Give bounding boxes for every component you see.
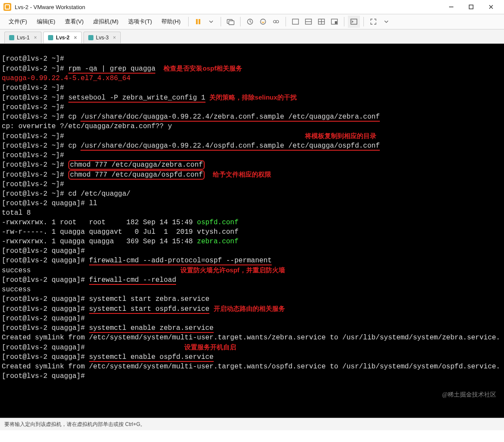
svg-rect-4 bbox=[229, 21, 234, 25]
watermark: @稀土掘金技术社区 bbox=[442, 390, 496, 400]
snapshot-icon[interactable] bbox=[244, 16, 256, 28]
menu-file[interactable]: 文件(F) bbox=[4, 16, 32, 27]
terminal[interactable]: [root@lvs-2 ~]# [root@lvs-2 ~]# rpm -qa … bbox=[0, 44, 504, 418]
status-text: 要将输入定向到该虚拟机，请在虚拟机内部单击或按 Ctrl+G。 bbox=[4, 421, 145, 428]
vm-icon bbox=[48, 35, 53, 40]
close-icon[interactable]: × bbox=[34, 35, 37, 41]
svg-rect-9 bbox=[292, 19, 299, 24]
tab-label: Lvs-3 bbox=[96, 35, 109, 41]
manage-snapshot-icon[interactable] bbox=[270, 16, 282, 28]
vm-icon bbox=[9, 35, 14, 40]
svg-rect-17 bbox=[351, 19, 357, 24]
close-button[interactable] bbox=[482, 0, 501, 13]
maximize-button[interactable] bbox=[462, 0, 481, 13]
view-thumb-icon[interactable] bbox=[315, 16, 327, 28]
menu-edit[interactable]: 编辑(E) bbox=[32, 16, 60, 27]
dropdown2-icon[interactable] bbox=[380, 16, 392, 28]
revert-snapshot-icon[interactable] bbox=[257, 16, 269, 28]
svg-rect-1 bbox=[196, 19, 198, 24]
status-bar: 要将输入定向到该虚拟机，请在虚拟机内部单击或按 Ctrl+G。 bbox=[0, 418, 504, 430]
tab-lvs2[interactable]: Lvs-2× bbox=[43, 32, 81, 43]
svg-rect-2 bbox=[199, 19, 200, 24]
svg-point-6 bbox=[260, 19, 266, 24]
svg-point-8 bbox=[276, 20, 279, 23]
titlebar: Lvs-2 - VMware Workstation bbox=[0, 0, 504, 14]
svg-rect-0 bbox=[469, 5, 473, 9]
tab-label: Lvs-1 bbox=[17, 35, 29, 41]
minimize-button[interactable] bbox=[442, 0, 461, 13]
pause-icon[interactable] bbox=[192, 16, 204, 28]
menu-help[interactable]: 帮助(H) bbox=[157, 16, 185, 27]
app-icon bbox=[3, 3, 11, 11]
svg-rect-16 bbox=[335, 21, 337, 24]
tab-row: Lvs-1× Lvs-2× Lvs-3× bbox=[0, 29, 504, 44]
menu-tabs[interactable]: 选项卡(T) bbox=[124, 16, 157, 27]
tab-lvs1[interactable]: Lvs-1× bbox=[4, 32, 42, 43]
menubar: 文件(F) 编辑(E) 查看(V) 虚拟机(M) 选项卡(T) 帮助(H) bbox=[0, 14, 504, 29]
tab-label: Lvs-2 bbox=[56, 35, 69, 41]
menu-vm[interactable]: 虚拟机(M) bbox=[89, 16, 123, 27]
close-icon[interactable]: × bbox=[113, 35, 116, 41]
view-unity-icon[interactable] bbox=[328, 16, 340, 28]
vm-icon bbox=[88, 35, 93, 40]
svg-point-7 bbox=[273, 20, 276, 23]
menu-view[interactable]: 查看(V) bbox=[61, 16, 88, 27]
fullscreen-icon[interactable] bbox=[367, 16, 379, 28]
console-icon[interactable] bbox=[348, 16, 360, 28]
window-title: Lvs-2 - VMware Workstation bbox=[15, 4, 442, 10]
dropdown-icon[interactable] bbox=[205, 16, 217, 28]
tab-lvs3[interactable]: Lvs-3× bbox=[83, 32, 121, 43]
view-single-icon[interactable] bbox=[289, 16, 302, 28]
view-split-icon[interactable] bbox=[302, 16, 315, 28]
close-icon[interactable]: × bbox=[74, 35, 77, 41]
send-keys-icon[interactable] bbox=[225, 16, 237, 28]
